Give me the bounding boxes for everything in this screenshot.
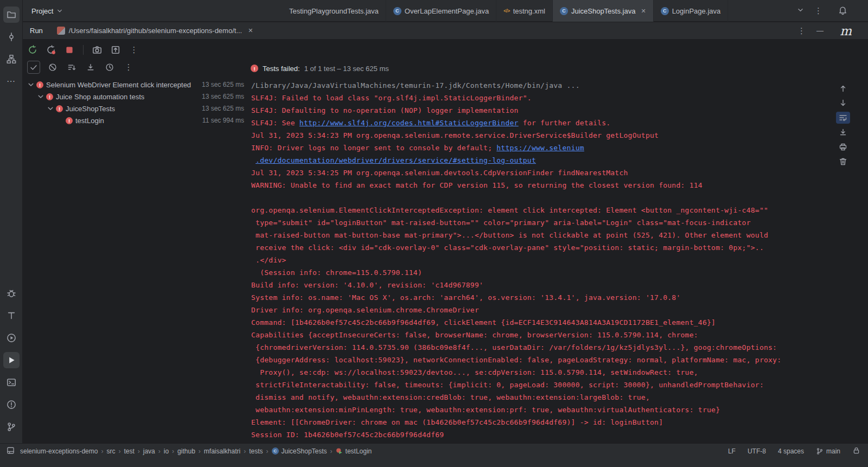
commit-tool-button[interactable] [3, 29, 20, 45]
test-tree-row[interactable]: !Selenium WebDriver Element click interc… [23, 79, 248, 91]
breadcrumb-separator: › [266, 447, 269, 455]
structure-icon [7, 54, 16, 64]
kebab-icon: ⋮ [130, 45, 138, 55]
breadcrumb-item[interactable]: testLogin [336, 447, 372, 455]
chevron-down-icon [56, 7, 63, 15]
console-link[interactable]: http://www.slf4j.org/codes.html#StaticLo… [299, 119, 519, 127]
test-error-icon: ! [46, 93, 53, 100]
close-icon[interactable]: ✕ [641, 8, 646, 15]
clear-console-button[interactable] [836, 156, 850, 168]
editor-tab[interactable]: CJuiceShopTests.java✕ [553, 0, 654, 22]
rerun-failed-button[interactable] [44, 43, 58, 56]
run-options-menu-button[interactable]: ⋮ [127, 43, 141, 56]
breadcrumb-item[interactable]: src [106, 447, 115, 455]
test-history-button[interactable] [103, 61, 116, 74]
problems-tool-button[interactable] [3, 396, 20, 413]
stop-icon [65, 45, 74, 55]
scroll-to-end-button[interactable] [836, 126, 850, 138]
notifications-bell-button[interactable] [838, 6, 847, 17]
indent-widget[interactable]: 4 spaces [778, 447, 804, 455]
run-header-menu-button[interactable]: ⋮ [797, 26, 806, 36]
breadcrumb-item[interactable]: selenium-exceptions-demo [20, 447, 98, 455]
sort-by-duration-button[interactable] [84, 61, 97, 74]
run-tool-button[interactable] [3, 352, 20, 368]
corner-letter: m [840, 24, 852, 38]
test-tree-row[interactable]: !JuiceShopTests13 sec 625 ms [23, 103, 248, 114]
lock-icon [852, 446, 860, 455]
console-text: Driver info: org.openqa.selenium.chrome.… [251, 306, 479, 314]
breadcrumb-item[interactable]: java [143, 447, 155, 455]
breadcrumb-separator: › [118, 447, 120, 455]
encoding-widget[interactable]: UTF-8 [748, 447, 766, 455]
console-line: (Session info: chrome=115.0.5790.114) [251, 266, 829, 279]
trash-icon [839, 157, 847, 166]
close-icon[interactable]: ✕ [248, 27, 253, 34]
status-bar: selenium-exceptions-demo›src›test›java›i… [0, 443, 868, 467]
stop-button[interactable] [63, 43, 76, 56]
more-tool-windows-button[interactable]: ⋯ [3, 73, 20, 89]
soft-wrap-button[interactable] [836, 112, 850, 124]
rerun-icon [28, 45, 37, 55]
editor-tab[interactable]: TestingPlaygroundTests.java [282, 0, 386, 22]
debug-tool-button[interactable] [3, 285, 20, 302]
camera-button[interactable] [91, 43, 104, 56]
show-passed-toggle[interactable] [27, 61, 40, 74]
terminal-tool-button[interactable] [3, 374, 20, 391]
console-link[interactable]: .dev/documentation/webdriver/drivers/ser… [256, 156, 536, 164]
tabs-overflow-button[interactable] [796, 6, 805, 16]
bell-icon [838, 6, 847, 15]
breadcrumb-item[interactable]: github [177, 447, 195, 455]
next-occurrence-button[interactable] [836, 97, 850, 109]
editor-tab[interactable]: CLoginPage.java [654, 0, 729, 22]
prev-occurrence-button[interactable] [836, 82, 850, 94]
console-line: Jul 31, 2023 5:34:23 PM org.openqa.selen… [251, 129, 829, 142]
test-name: JuiceShopTests [66, 105, 115, 113]
console-line: .</div> [251, 254, 829, 266]
test-summary: ! Tests failed: 1 of 1 test – 13 sec 625… [250, 61, 389, 75]
run-anything-button[interactable] [3, 330, 20, 346]
chevron-down-icon[interactable] [46, 104, 55, 113]
console-line: /Library/Java/JavaVirtualMachines/temuri… [251, 79, 829, 92]
import-test-results-button[interactable] [109, 43, 122, 56]
test-tree-row[interactable]: !testLogin11 sec 994 ms [23, 114, 248, 126]
lock-button[interactable] [852, 446, 860, 456]
project-widget[interactable]: Project [27, 0, 68, 22]
hide-toolwindow-button[interactable]: — [816, 27, 824, 35]
test-tree-row[interactable]: !Juice Shop automation tests13 sec 625 m… [23, 91, 248, 103]
editor-tab[interactable]: </>testng.xml [496, 0, 553, 22]
console-text: Command: [1b4626b0ef57c45c2bc66b9f96d4df… [251, 318, 716, 327]
console-link[interactable]: https://www.selenium [496, 144, 584, 152]
console-line: receive the click: <div id="cdk-overlay-… [251, 241, 829, 254]
git-branch-widget[interactable]: main [816, 447, 840, 455]
breadcrumb-item[interactable]: mfaisalkhatri [204, 447, 240, 455]
chevron-down-icon[interactable] [36, 92, 45, 101]
todo-tool-button[interactable] [3, 308, 20, 324]
breadcrumb-separator: › [158, 447, 161, 455]
breadcrumb-item[interactable]: CJuiceShopTests [272, 447, 327, 455]
tool-window-switcher-button[interactable] [7, 446, 15, 456]
breadcrumb-separator: › [172, 447, 174, 455]
structure-tool-button[interactable] [3, 51, 20, 67]
breadcrumb-item[interactable]: tests [249, 447, 263, 455]
editor-tabs: TestingPlaygroundTests.javaCOverLapEleme… [282, 0, 728, 22]
terminal-icon [7, 378, 16, 387]
chevron-down-icon[interactable] [26, 80, 35, 89]
console-text: SLF4J: Defaulting to no-operation (NOP) … [251, 106, 519, 114]
rerun-button[interactable] [26, 43, 39, 56]
breadcrumb-item[interactable]: test [124, 447, 134, 455]
print-button[interactable] [836, 141, 850, 153]
editor-tab[interactable]: COverLapElementPage.java [386, 0, 496, 22]
breadcrumb-item[interactable]: io [164, 447, 169, 455]
console-text: /Library/Java/JavaVirtualMachines/temuri… [251, 81, 580, 89]
show-ignored-toggle[interactable] [46, 61, 59, 74]
line-separator-widget[interactable]: LF [728, 447, 736, 455]
git-tool-button[interactable] [3, 419, 20, 435]
console-text: System info: os.name: 'Mac OS X', os.arc… [251, 293, 681, 302]
console-text: strictFileInteractability: false, timeou… [251, 381, 764, 389]
left-toolbar: ⋯ [0, 0, 23, 443]
filter-options-menu-button[interactable]: ⋮ [122, 61, 135, 74]
run-config-tab[interactable]: /Users/faisalkhatri/github/selenium-exce… [52, 22, 259, 39]
sort-alphabetically-button[interactable] [65, 61, 78, 74]
project-tool-button[interactable] [3, 7, 20, 23]
tabs-menu-button[interactable]: ⋮ [814, 6, 822, 16]
